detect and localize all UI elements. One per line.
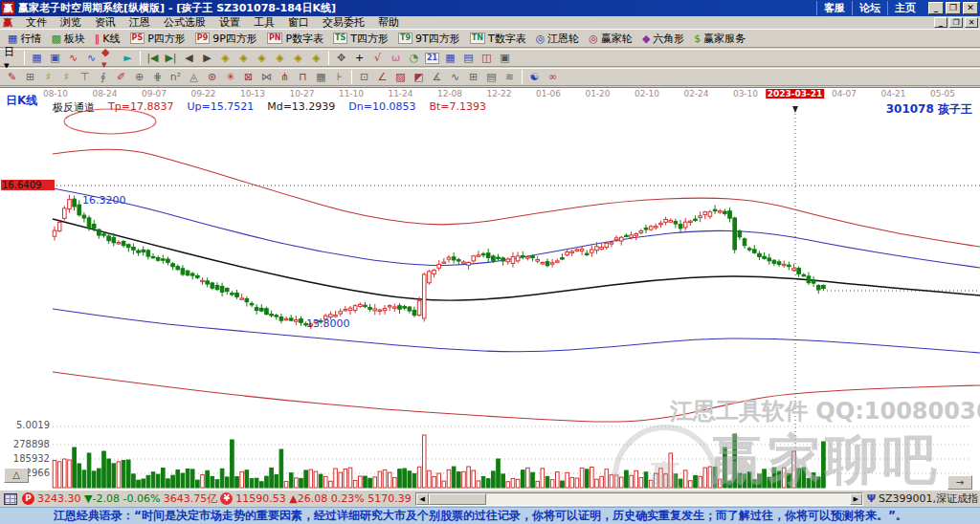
toolbar-sectors-button[interactable]: ▩板块	[46, 31, 89, 47]
title-link-论坛[interactable]: 论坛	[852, 1, 887, 15]
tool-fork-dn[interactable]: ⊓	[294, 69, 312, 85]
tool-gann-glasses[interactable]: ω	[387, 50, 405, 66]
menu-帮助[interactable]: 帮助	[371, 16, 406, 29]
tool-ripple[interactable]: ≋	[501, 69, 519, 85]
tool-info-panel[interactable]: ▣	[46, 50, 64, 66]
menu-文件[interactable]: 文件	[19, 16, 54, 29]
tool-ma-lines[interactable]: ∿	[64, 50, 82, 66]
tool-gann-fan[interactable]: ∠	[373, 69, 391, 85]
scroll-right-button[interactable]: →	[947, 475, 972, 490]
tool-taiji[interactable]: ☯	[525, 69, 544, 85]
tool-star-burst[interactable]: ✳	[221, 69, 239, 85]
tool-grid-sq[interactable]: ⊞	[464, 69, 482, 85]
tool-screen-layout[interactable]: ▦	[28, 50, 46, 66]
tool-price-grid[interactable]: ♯	[39, 69, 57, 85]
toolbar-9p-square-button[interactable]: P99P四方形	[190, 31, 262, 47]
scroll-left-arrow[interactable]: ◀	[416, 493, 429, 505]
toolbar-hexagon-button[interactable]: ◆六角形	[637, 31, 689, 47]
toolbar-winner-service-button[interactable]: $赢家服务	[689, 31, 750, 47]
toolbar-winner-wheel-button[interactable]: ◎赢家轮	[584, 31, 637, 47]
sz-index-amount: 5170.39	[368, 492, 412, 505]
tool-trend-check[interactable]: √	[368, 50, 387, 66]
child-restore-button[interactable]: ❐	[949, 17, 963, 28]
tool-gann-grid[interactable]: ⊞	[21, 69, 39, 85]
child-close-button[interactable]: ✕	[965, 17, 978, 28]
tool-angle-tri[interactable]: ◬	[185, 69, 203, 85]
tool-hatch-box[interactable]: ▨	[391, 69, 410, 85]
tool-pan-hand[interactable]: ✥	[332, 50, 350, 66]
tool-printer[interactable]: ▣	[496, 50, 514, 66]
tool-fork-up[interactable]: ⋔	[276, 69, 294, 85]
tool-marker-pen[interactable]: ✐	[112, 69, 130, 85]
tool-marker-dropdown[interactable]: ◆ ▾	[100, 50, 119, 66]
tool-zoom-out[interactable]: ◈	[307, 50, 325, 66]
menu-江恩[interactable]: 江恩	[122, 16, 157, 29]
tool-next-bar[interactable]: ▶	[198, 50, 216, 66]
restore-button[interactable]: ❐	[946, 2, 961, 14]
tool-notes[interactable]: ▤	[459, 50, 478, 66]
toolbar-t-square-button[interactable]: TST四方形	[328, 31, 393, 47]
menu-浏览[interactable]: 浏览	[54, 16, 88, 29]
expand-volume-button[interactable]: △	[4, 468, 29, 483]
tool-box-net[interactable]: ⊠	[239, 69, 257, 85]
child-minimize-button[interactable]: _	[934, 17, 947, 28]
tool-wave-line[interactable]: ∿	[446, 69, 464, 85]
kline-label: K线	[102, 32, 120, 46]
tool-zoom-left[interactable]: ◈	[216, 50, 234, 66]
menu-窗口[interactable]: 窗口	[281, 16, 316, 29]
tool-calculator[interactable]: ▦	[441, 50, 459, 66]
tool-grid-dense[interactable]: ▦	[312, 69, 330, 85]
tool-curve[interactable]: ∮	[94, 69, 112, 85]
tool-crosshair[interactable]: +	[350, 50, 368, 66]
scroll-thumb[interactable]	[429, 493, 486, 505]
hexagon-icon: ◆	[642, 32, 650, 46]
menu-资讯[interactable]: 资讯	[88, 16, 122, 29]
tool-target[interactable]: ⊛	[203, 69, 221, 85]
tool-last-bar[interactable]: ▶|	[162, 50, 180, 66]
tool-pencil[interactable]: ✎	[3, 69, 21, 85]
tool-bars-tool[interactable]: ⋕	[148, 69, 167, 85]
menu-工具[interactable]: 工具	[247, 16, 281, 29]
quote-grid-icon[interactable]	[4, 493, 17, 505]
tool-ma-lines-alt[interactable]: ∿	[82, 50, 100, 66]
tool-zoom-x[interactable]: ◈	[271, 50, 289, 66]
minimize-button[interactable]: _	[928, 2, 944, 14]
tool-circle-cross[interactable]: ⊕	[130, 69, 148, 85]
menu-交易委托[interactable]: 交易委托	[316, 16, 371, 29]
tool-bowtie[interactable]: ⋈	[257, 69, 276, 85]
tool-zoom-h[interactable]: ◈	[253, 50, 271, 66]
tool-infinity[interactable]: ∞	[544, 69, 562, 85]
tool-period-day-dropdown[interactable]: 日 ▾	[3, 50, 21, 66]
tool-n2-tool[interactable]: n²	[167, 69, 185, 85]
toolbar-9t-square-button[interactable]: T99T四方形	[393, 31, 465, 47]
chart-panel[interactable]: 08-1008-2409-0709-2210-1310-2711-1011-24…	[0, 87, 980, 490]
title-link-主页[interactable]: 主页	[887, 1, 923, 15]
tool-zoom-in[interactable]: ◈	[289, 50, 307, 66]
toolbar-p-table-button[interactable]: PNP数字表	[262, 31, 328, 47]
tool-zoom-right[interactable]: ◈	[234, 50, 253, 66]
close-button[interactable]: ✕	[963, 2, 978, 14]
tool-half-box[interactable]: ◩	[410, 69, 428, 85]
tool-cycle-clock[interactable]: ◔	[405, 50, 423, 66]
gann-quote-text: 江恩经典语录：“时间是决定市场走势的重要因素，经过详细研究大市及个别股票的过往记…	[54, 509, 907, 522]
toolbar-p-square-button[interactable]: PSP四方形	[125, 31, 190, 47]
tool-prev-bar[interactable]: ◀	[180, 50, 198, 66]
tool-h-range[interactable]: ⊦	[330, 69, 348, 85]
tool-angle-line[interactable]: ∡	[428, 69, 446, 85]
menu-公式选股[interactable]: 公式选股	[157, 16, 212, 29]
tool-save[interactable]: ◫	[478, 50, 496, 66]
tool-play-flag[interactable]: ►	[119, 50, 137, 66]
toolbar-t-table-button[interactable]: TNT数字表	[465, 31, 531, 47]
tool-t-line[interactable]: ⊤	[76, 69, 94, 85]
tool-time-grid[interactable]: ♯	[57, 69, 76, 85]
tool-box-select[interactable]: ⊡	[355, 69, 373, 85]
toolbar-kline-button[interactable]: ‖K线	[90, 31, 125, 47]
scroll-right-arrow[interactable]: ▶	[850, 493, 862, 505]
menu-设置[interactable]: 设置	[212, 16, 247, 29]
horizontal-scrollbar[interactable]: ◀ ▶	[415, 492, 863, 506]
tool-calendar-21[interactable]: 21	[423, 50, 441, 66]
title-link-客服[interactable]: 客服	[816, 1, 852, 15]
toolbar-gann-wheel-button[interactable]: ◎江恩轮	[531, 31, 585, 47]
tool-first-bar[interactable]: |◀	[144, 50, 162, 66]
tool-grid-sq2[interactable]: ▤	[482, 69, 501, 85]
